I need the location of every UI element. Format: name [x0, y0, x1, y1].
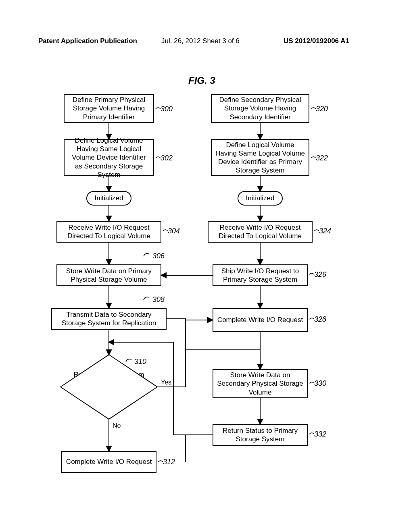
box-304: Receive Write I/O Request Directed To Lo… — [56, 221, 161, 243]
box-308: Transmit Data to Secondary Storage Syste… — [51, 308, 167, 330]
page: Patent Application Publication Jul. 26, … — [0, 0, 413, 532]
box-324: Receive Write I/O Request Directed To Lo… — [208, 221, 313, 243]
header-left: Patent Application Publication — [38, 37, 137, 45]
ref-312: 312 — [163, 458, 175, 466]
box-322: Define Logical Volume Having Same Logica… — [211, 139, 309, 176]
label-yes: Yes — [161, 379, 171, 386]
box-320: Define Secondary Physical Storage Volume… — [211, 94, 309, 123]
box-312: Complete Write I/O Request — [61, 451, 156, 473]
ref-322: 322 — [316, 154, 328, 162]
pill-init-left: Initialized — [86, 191, 131, 206]
decision-310-text: Request Shipped From Secondary Storage S… — [71, 370, 147, 396]
label-no: No — [113, 422, 121, 429]
header-center: Jul. 26, 2012 Sheet 3 of 6 — [161, 37, 240, 45]
box-332: Return Status to Primary Storage System — [213, 424, 308, 446]
ref-304: 304 — [168, 227, 180, 235]
ref-328: 328 — [314, 315, 326, 324]
box-326: Ship Write I/O Request to Primary Storag… — [213, 264, 308, 286]
ref-324: 324 — [319, 227, 331, 235]
box-302: Define Logical Volume Having Same Logica… — [64, 139, 154, 176]
ref-310: 310 — [134, 357, 146, 366]
box-300: Define Primary Physical Storage Volume H… — [64, 94, 154, 123]
box-328: Complete Write I/O Request — [213, 308, 308, 332]
box-306: Store Write Data on Primary Physical Sto… — [56, 264, 161, 286]
ref-302: 302 — [161, 154, 173, 162]
ref-332: 332 — [314, 430, 326, 438]
ref-300: 300 — [161, 105, 173, 113]
pill-init-right: Initialized — [238, 191, 283, 206]
ref-330: 330 — [314, 379, 326, 388]
ref-306: 306 — [152, 252, 165, 260]
figure-title: FIG. 3 — [188, 75, 215, 86]
ref-326: 326 — [314, 270, 326, 279]
box-330: Store Write Data on Secondary Physical S… — [213, 369, 308, 398]
ref-308: 308 — [152, 295, 165, 304]
header-right: US 2012/0192006 A1 — [284, 37, 349, 45]
ref-320: 320 — [316, 105, 328, 113]
